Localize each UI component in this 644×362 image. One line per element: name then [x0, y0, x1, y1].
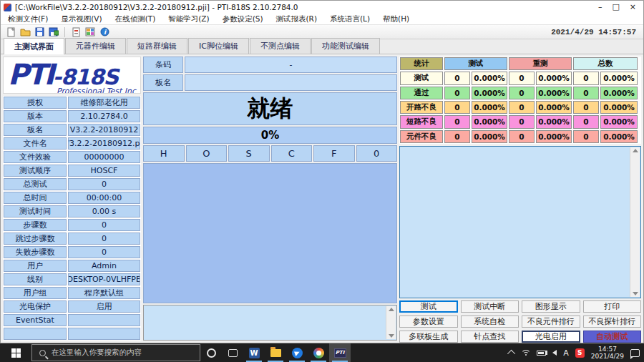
close-button[interactable]: × — [630, 1, 636, 13]
save-icon[interactable] — [34, 26, 45, 37]
stats-cell: 0.000% — [600, 72, 638, 84]
test-button[interactable]: 测试 — [399, 300, 458, 313]
stats-cell: 0.000% — [600, 87, 638, 99]
toolbar-separator — [64, 27, 65, 37]
menu-language[interactable]: 系统语言(L) — [330, 14, 370, 24]
info-value: 0 — [68, 246, 140, 258]
info-value: 程序默认组 — [68, 287, 140, 299]
board-name-input[interactable] — [185, 74, 397, 91]
info-label: EventStat — [4, 314, 67, 326]
info-label: 板名 — [4, 124, 67, 136]
stats-header-test: 测试 — [444, 57, 507, 70]
barcode-input[interactable]: - — [185, 57, 397, 73]
start-button[interactable] — [0, 343, 31, 362]
test-abort-button[interactable]: 测试中断 — [461, 300, 519, 313]
graphic-display-button[interactable]: 图形显示 — [522, 300, 580, 313]
taskbar-browser[interactable] — [286, 343, 308, 362]
stats-cell: 0.000% — [472, 87, 507, 99]
barcode-label: 条码 — [143, 57, 183, 73]
phase-column-s: S — [228, 145, 270, 162]
logo-model: -818S — [52, 64, 118, 89]
taskbar-word[interactable]: W — [243, 343, 265, 362]
system-selfcheck-button[interactable]: 系统自检 — [461, 315, 519, 328]
windows-taskbar: 在这里输入你要搜索的内容 W PTI A S 14:57 2021/4/29 — [0, 343, 644, 362]
maximize-button[interactable]: □ — [612, 1, 619, 13]
task-view-button[interactable] — [222, 343, 243, 362]
taskbar-clock[interactable]: 14:57 2021/4/29 — [591, 346, 624, 361]
grid-view-icon[interactable] — [84, 26, 96, 37]
compass-browser-icon — [313, 348, 324, 358]
stats-row-label: 元件不良 — [400, 130, 443, 143]
print-button[interactable]: 打印 — [583, 300, 642, 313]
scroll-up-icon[interactable] — [389, 308, 394, 311]
scroll-down-icon[interactable] — [389, 334, 394, 338]
phase-column-h: H — [143, 145, 185, 162]
open-file-icon[interactable] — [19, 26, 31, 37]
menu-view[interactable]: 显示视图(V) — [61, 14, 102, 24]
search-icon — [39, 350, 46, 356]
action-center-icon[interactable] — [630, 349, 640, 357]
multi-board-generate-button[interactable]: 多联板生成 — [399, 331, 458, 343]
wifi-icon[interactable] — [522, 350, 530, 356]
stats-cell: 0 — [573, 115, 599, 128]
minimize-button[interactable]: – — [598, 1, 602, 13]
menu-help[interactable]: 帮助(H) — [383, 14, 409, 24]
info-value — [68, 314, 140, 326]
tab-component-edit[interactable]: 元器件编辑 — [65, 38, 126, 54]
stats-cell: 0 — [509, 72, 535, 84]
tab-main-test[interactable]: 主测试界面 — [4, 38, 64, 54]
menu-report[interactable]: 测试报表(R) — [275, 14, 317, 24]
tab-no-test-point-edit[interactable]: 不测点编辑 — [250, 38, 311, 54]
stats-cell: 0.000% — [536, 87, 572, 99]
stats-cell: 0.000% — [600, 115, 638, 128]
phase-column-0: 0 — [356, 145, 398, 162]
taskbar-search[interactable]: 在这里输入你要搜索的内容 — [31, 344, 200, 361]
info-value: 2.10.2784.0 — [68, 110, 140, 122]
system-tray: A S 14:57 2021/4/29 — [509, 343, 644, 362]
auto-test-button[interactable]: 自动测试 — [583, 331, 642, 343]
parameter-settings-button[interactable]: 参数设置 — [399, 315, 458, 328]
taskbar-compass-browser[interactable] — [308, 343, 329, 362]
result-list[interactable] — [399, 146, 641, 298]
tab-function-test-edit[interactable]: 功能测试编辑 — [311, 38, 380, 54]
bad-component-rank-button[interactable]: 不良元件排行 — [522, 315, 580, 328]
scrollbar[interactable] — [386, 306, 396, 339]
tab-ic-pin-edit[interactable]: IC脚位编辑 — [188, 38, 249, 54]
message-area[interactable] — [143, 305, 397, 341]
pti-app-icon: PTI — [334, 348, 346, 358]
scroll-up-icon[interactable] — [633, 149, 638, 152]
new-file-icon[interactable] — [5, 26, 16, 37]
tab-bar: 主测试界面 元器件编辑 短路群编辑 IC脚位编辑 不测点编辑 功能测试编辑 — [1, 39, 643, 54]
volume-icon[interactable] — [552, 350, 557, 356]
file-explorer-icon — [270, 349, 281, 357]
menu-file[interactable]: 检测文件(F) — [8, 14, 48, 24]
info-value: V3.2.2-20180912.pji — [68, 137, 140, 150]
scrollbar[interactable] — [630, 147, 640, 297]
stats-cell: 0.000% — [472, 115, 507, 128]
input-method-indicator[interactable]: A — [563, 348, 569, 358]
cortana-button[interactable] — [200, 343, 222, 362]
bad-probe-rank-button[interactable]: 不良探针排行 — [583, 315, 642, 328]
menu-online-detect[interactable]: 在线侦测(T) — [115, 14, 156, 24]
logo: PTI -818S Professional Test Inc — [3, 57, 141, 94]
pin-point-search-button[interactable]: 针点查找 — [461, 331, 519, 343]
tray-expand-icon[interactable] — [507, 350, 515, 358]
menu-parameters[interactable]: 参数设定(S) — [223, 14, 263, 24]
menu-bar: 检测文件(F) 显示视图(V) 在线侦测(T) 智能学习(Z) 参数设定(S) … — [1, 14, 643, 25]
toolbar-datetime: 2021/4/29 14:57:57 — [551, 28, 639, 36]
save-as-icon[interactable] — [48, 26, 59, 37]
menu-smart-learn[interactable]: 智能学习(Z) — [168, 14, 209, 24]
scroll-down-icon[interactable] — [633, 292, 638, 295]
info-label: 测试顺序 — [4, 165, 67, 177]
taskbar-file-explorer[interactable] — [265, 343, 286, 362]
report-icon[interactable] — [70, 26, 82, 37]
photoelectric-enable-button[interactable]: 光电启用 — [522, 331, 580, 343]
stats-cell: 0.000% — [536, 115, 572, 128]
stats-cell: 0 — [573, 101, 599, 114]
info-icon[interactable]: i — [99, 26, 110, 37]
search-placeholder: 在这里输入你要搜索的内容 — [52, 348, 142, 358]
taskbar-pti-app[interactable]: PTI — [329, 343, 351, 362]
stats-row-label: 测试 — [400, 72, 443, 84]
tab-short-group-edit[interactable]: 短路群编辑 — [127, 38, 187, 54]
sogou-icon[interactable]: S — [575, 348, 585, 358]
